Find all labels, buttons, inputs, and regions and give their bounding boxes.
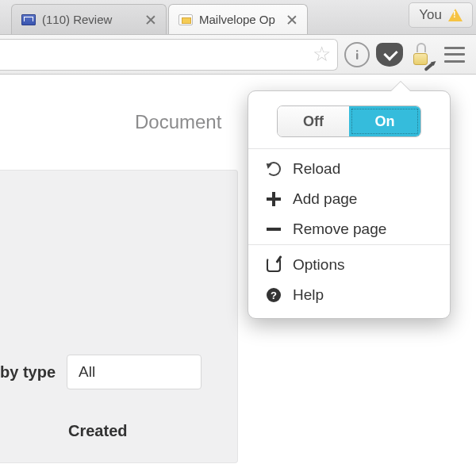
menu-add-page[interactable]: Add page xyxy=(248,184,450,214)
filter-label: by type xyxy=(0,363,56,382)
mailvelope-icon xyxy=(178,14,193,25)
profile-badge[interactable]: You xyxy=(409,2,473,28)
help-icon: ? xyxy=(266,287,282,303)
browser-tabstrip: (110) Review Mailvelope Op You xyxy=(0,0,476,35)
toolbar-icons xyxy=(338,42,476,67)
close-icon[interactable] xyxy=(145,14,156,25)
minus-icon xyxy=(266,221,282,237)
profile-label: You xyxy=(419,7,442,23)
tab-review[interactable]: (110) Review xyxy=(11,4,167,34)
menu-label: Add page xyxy=(293,190,357,208)
close-icon[interactable] xyxy=(286,14,298,25)
filter-type-select[interactable]: All xyxy=(67,355,202,389)
on-off-toggle: Off On xyxy=(277,105,421,137)
toggle-on-button[interactable]: On xyxy=(349,106,420,136)
mail-icon xyxy=(21,14,36,25)
tab-title: (110) Review xyxy=(42,13,139,26)
options-icon xyxy=(266,257,282,273)
menu-remove-page[interactable]: Remove page xyxy=(248,214,450,244)
separator xyxy=(248,148,450,149)
mailvelope-popup: Off On Reload Add page Remove page Optio… xyxy=(248,90,451,319)
filter-value: All xyxy=(79,363,95,381)
svg-rect-1 xyxy=(356,53,358,59)
reload-icon xyxy=(266,161,282,177)
menu-label: Options xyxy=(293,256,344,274)
menu-label: Reload xyxy=(293,160,340,178)
menu-reload[interactable]: Reload xyxy=(248,154,450,184)
pocket-icon[interactable] xyxy=(376,43,403,67)
tab-separator xyxy=(166,10,167,29)
omnibox[interactable]: ☆ xyxy=(0,39,338,71)
toggle-row: Off On xyxy=(248,102,450,148)
menu-label: Remove page xyxy=(293,220,386,238)
menu-icon[interactable] xyxy=(444,47,465,63)
filter-row: by type All xyxy=(0,355,202,389)
menu-label: Help xyxy=(293,286,324,304)
bookmark-star-icon[interactable]: ☆ xyxy=(313,42,331,67)
content-panel: by type All Created xyxy=(0,170,238,463)
mailvelope-extension-icon[interactable] xyxy=(409,43,433,67)
browser-toolbar: ☆ xyxy=(0,35,476,75)
menu-help[interactable]: ? Help xyxy=(248,280,450,310)
svg-rect-0 xyxy=(356,50,358,52)
toggle-off-button[interactable]: Off xyxy=(278,106,349,136)
page-heading: Document xyxy=(135,111,221,133)
menu-options[interactable]: Options xyxy=(248,250,450,280)
info-icon[interactable] xyxy=(344,42,370,67)
tab-title: Mailvelope Op xyxy=(199,13,280,26)
plus-icon xyxy=(266,191,282,207)
column-created[interactable]: Created xyxy=(68,422,127,440)
warning-icon xyxy=(448,9,463,21)
tab-mailvelope[interactable]: Mailvelope Op xyxy=(168,4,308,34)
separator xyxy=(248,244,450,245)
